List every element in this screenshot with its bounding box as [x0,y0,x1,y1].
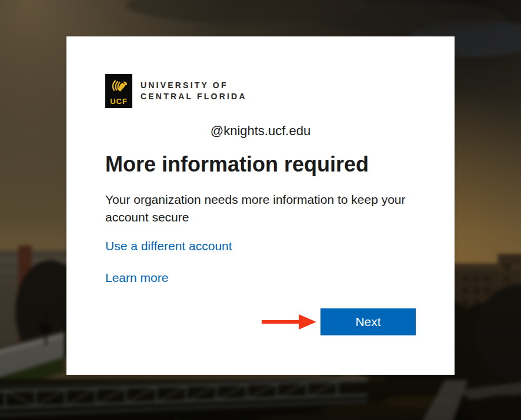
annotation-arrow-icon [260,313,318,331]
ucf-pegasus-icon [109,78,128,97]
page-title: More information required [105,152,369,177]
user-identity: @knights.ucf.edu [66,123,455,139]
use-different-account-link[interactable]: Use a different account [105,238,232,254]
description-text: Your organization needs more information… [105,191,409,226]
ucf-badge-label: UCF [110,97,128,106]
wordmark-line-2: CENTRAL FLORIDA [141,91,247,102]
learn-more-link[interactable]: Learn more [105,270,168,285]
wordmark-line-1: UNIVERSITY OF [141,80,247,91]
ucf-logo: UCF UNIVERSITY OF CENTRAL FLORIDA [105,74,247,108]
ucf-wordmark: UNIVERSITY OF CENTRAL FLORIDA [141,80,247,102]
ucf-badge: UCF [105,74,132,108]
screen: UCF UNIVERSITY OF CENTRAL FLORIDA @knigh… [0,0,521,420]
next-button[interactable]: Next [320,308,416,335]
signin-card: UCF UNIVERSITY OF CENTRAL FLORIDA @knigh… [66,36,455,375]
